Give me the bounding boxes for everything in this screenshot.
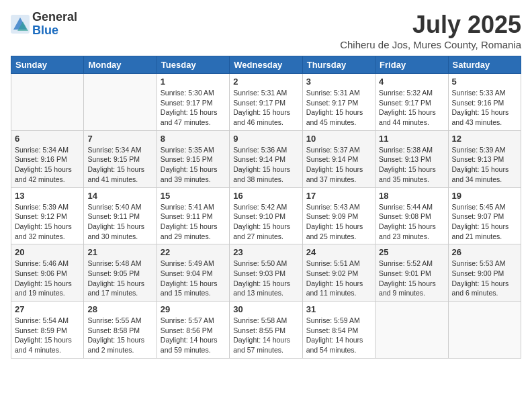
calendar-cell: 6Sunrise: 5:34 AMSunset: 9:16 PMDaylight… [11,130,84,187]
day-number: 3 [306,77,371,87]
day-info: Sunrise: 5:51 AMSunset: 9:02 PMDaylight:… [306,259,371,298]
logo-general: General [32,11,77,24]
calendar-cell: 14Sunrise: 5:40 AMSunset: 9:11 PMDayligh… [84,187,157,244]
calendar-cell: 3Sunrise: 5:31 AMSunset: 9:17 PMDaylight… [302,74,375,131]
day-info: Sunrise: 5:41 AMSunset: 9:11 PMDaylight:… [161,202,226,242]
day-info: Sunrise: 5:30 AMSunset: 9:17 PMDaylight:… [161,88,226,128]
calendar-cell: 29Sunrise: 5:57 AMSunset: 8:56 PMDayligh… [157,302,229,359]
calendar-cell: 11Sunrise: 5:38 AMSunset: 9:13 PMDayligh… [375,130,448,187]
day-number: 27 [15,304,80,314]
day-info: Sunrise: 5:35 AMSunset: 9:15 PMDaylight:… [161,145,226,185]
calendar-cell: 24Sunrise: 5:51 AMSunset: 9:02 PMDayligh… [302,244,375,302]
calendar-cell: 8Sunrise: 5:35 AMSunset: 9:15 PMDaylight… [157,130,229,187]
day-info: Sunrise: 5:49 AMSunset: 9:04 PMDaylight:… [161,259,226,298]
day-info: Sunrise: 5:33 AMSunset: 9:16 PMDaylight:… [452,88,517,128]
calendar-cell: 2Sunrise: 5:31 AMSunset: 9:17 PMDaylight… [230,74,302,131]
calendar-cell: 20Sunrise: 5:46 AMSunset: 9:06 PMDayligh… [11,244,84,302]
day-number: 11 [379,134,444,144]
day-info: Sunrise: 5:58 AMSunset: 8:55 PMDaylight:… [233,316,298,355]
calendar-cell: 28Sunrise: 5:55 AMSunset: 8:58 PMDayligh… [84,302,157,359]
day-info: Sunrise: 5:46 AMSunset: 9:06 PMDaylight:… [15,259,80,298]
calendar-cell: 22Sunrise: 5:49 AMSunset: 9:04 PMDayligh… [157,244,229,302]
day-info: Sunrise: 5:38 AMSunset: 9:13 PMDaylight:… [379,145,444,185]
header-monday: Monday [84,56,157,74]
calendar-cell: 31Sunrise: 5:59 AMSunset: 8:54 PMDayligh… [302,302,375,359]
month-title: July 2025 [340,11,521,39]
day-number: 20 [15,247,80,257]
day-number: 15 [161,191,226,201]
calendar-cell: 26Sunrise: 5:53 AMSunset: 9:00 PMDayligh… [448,244,521,302]
calendar-cell [84,74,157,131]
calendar-cell: 10Sunrise: 5:37 AMSunset: 9:14 PMDayligh… [302,130,375,187]
calendar-cell [11,74,84,131]
calendar-cell: 4Sunrise: 5:32 AMSunset: 9:17 PMDaylight… [375,74,448,131]
day-info: Sunrise: 5:55 AMSunset: 8:58 PMDaylight:… [87,316,152,355]
day-info: Sunrise: 5:59 AMSunset: 8:54 PMDaylight:… [306,316,371,355]
day-number: 17 [306,191,371,201]
calendar-cell: 19Sunrise: 5:45 AMSunset: 9:07 PMDayligh… [448,187,521,244]
day-info: Sunrise: 5:34 AMSunset: 9:16 PMDaylight:… [15,145,80,185]
header-sunday: Sunday [11,56,84,74]
day-number: 30 [233,304,298,314]
day-info: Sunrise: 5:39 AMSunset: 9:13 PMDaylight:… [452,145,517,185]
calendar-cell: 25Sunrise: 5:52 AMSunset: 9:01 PMDayligh… [375,244,448,302]
day-info: Sunrise: 5:54 AMSunset: 8:59 PMDaylight:… [15,316,80,355]
day-number: 25 [379,247,444,257]
day-number: 19 [452,191,517,201]
day-number: 1 [161,77,226,87]
calendar-cell: 17Sunrise: 5:43 AMSunset: 9:09 PMDayligh… [302,187,375,244]
day-number: 12 [452,134,517,144]
day-number: 10 [306,134,371,144]
day-number: 14 [87,191,152,201]
day-info: Sunrise: 5:48 AMSunset: 9:05 PMDaylight:… [87,259,152,298]
location-subtitle: Chiheru de Jos, Mures County, Romania [340,39,521,50]
logo: General Blue [11,11,77,38]
day-number: 31 [306,304,371,314]
header-saturday: Saturday [448,56,521,74]
calendar-week-row: 1Sunrise: 5:30 AMSunset: 9:17 PMDaylight… [11,74,521,131]
calendar-cell: 21Sunrise: 5:48 AMSunset: 9:05 PMDayligh… [84,244,157,302]
day-number: 5 [452,77,517,87]
day-info: Sunrise: 5:42 AMSunset: 9:10 PMDaylight:… [233,202,298,242]
calendar-week-row: 6Sunrise: 5:34 AMSunset: 9:16 PMDaylight… [11,130,521,187]
calendar-cell: 9Sunrise: 5:36 AMSunset: 9:14 PMDaylight… [230,130,302,187]
day-number: 26 [452,247,517,257]
header-wednesday: Wednesday [230,56,302,74]
calendar-cell: 30Sunrise: 5:58 AMSunset: 8:55 PMDayligh… [230,302,302,359]
day-number: 23 [233,247,298,257]
day-number: 6 [15,134,80,144]
calendar-table: SundayMondayTuesdayWednesdayThursdayFrid… [11,56,521,359]
day-info: Sunrise: 5:43 AMSunset: 9:09 PMDaylight:… [306,202,371,242]
calendar-week-row: 20Sunrise: 5:46 AMSunset: 9:06 PMDayligh… [11,244,521,302]
day-number: 7 [87,134,152,144]
day-number: 4 [379,77,444,87]
calendar-cell: 7Sunrise: 5:34 AMSunset: 9:15 PMDaylight… [84,130,157,187]
calendar-cell: 15Sunrise: 5:41 AMSunset: 9:11 PMDayligh… [157,187,229,244]
calendar-cell [448,302,521,359]
day-info: Sunrise: 5:50 AMSunset: 9:03 PMDaylight:… [233,259,298,298]
day-number: 2 [233,77,298,87]
header-friday: Friday [375,56,448,74]
logo-blue: Blue [32,24,77,38]
day-info: Sunrise: 5:40 AMSunset: 9:11 PMDaylight:… [87,202,152,242]
day-info: Sunrise: 5:57 AMSunset: 8:56 PMDaylight:… [161,316,226,355]
title-block: July 2025 Chiheru de Jos, Mures County, … [340,11,521,50]
calendar-cell: 23Sunrise: 5:50 AMSunset: 9:03 PMDayligh… [230,244,302,302]
day-info: Sunrise: 5:53 AMSunset: 9:00 PMDaylight:… [452,259,517,298]
day-info: Sunrise: 5:34 AMSunset: 9:15 PMDaylight:… [87,145,152,185]
day-info: Sunrise: 5:44 AMSunset: 9:08 PMDaylight:… [379,202,444,242]
day-info: Sunrise: 5:45 AMSunset: 9:07 PMDaylight:… [452,202,517,242]
calendar-cell: 13Sunrise: 5:39 AMSunset: 9:12 PMDayligh… [11,187,84,244]
day-info: Sunrise: 5:37 AMSunset: 9:14 PMDaylight:… [306,145,371,185]
day-info: Sunrise: 5:31 AMSunset: 9:17 PMDaylight:… [306,88,371,128]
day-number: 21 [87,247,152,257]
day-number: 9 [233,134,298,144]
day-number: 24 [306,247,371,257]
day-number: 8 [161,134,226,144]
day-info: Sunrise: 5:39 AMSunset: 9:12 PMDaylight:… [15,202,80,242]
logo-text: General Blue [32,11,77,38]
calendar-cell [375,302,448,359]
day-number: 18 [379,191,444,201]
day-number: 16 [233,191,298,201]
calendar-cell: 18Sunrise: 5:44 AMSunset: 9:08 PMDayligh… [375,187,448,244]
